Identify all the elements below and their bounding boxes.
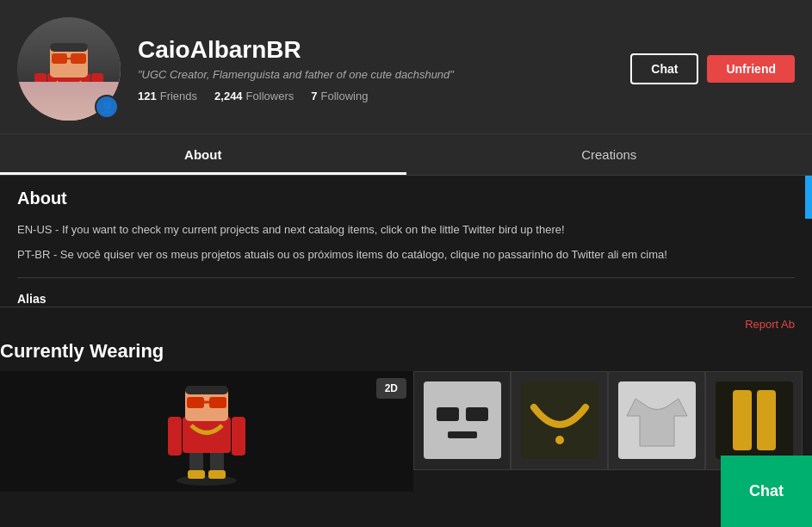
svg-rect-20: [187, 397, 204, 408]
profile-bio: "UGC Creator, Flamenguista and father of…: [138, 68, 613, 81]
svg-point-11: [177, 475, 237, 486]
about-title: About: [17, 176, 795, 208]
svg-point-29: [555, 436, 564, 444]
svg-rect-2: [47, 73, 90, 116]
followers-stat: 2,244 Followers: [214, 90, 294, 102]
svg-rect-24: [424, 381, 501, 459]
alias-title: Alias: [17, 292, 46, 306]
svg-rect-14: [188, 470, 205, 479]
friends-stat: 121 Friends: [138, 90, 197, 102]
about-text-en: EN-US - If you want to check my current …: [17, 221, 795, 239]
svg-rect-28: [521, 381, 598, 459]
wearing-avatar-svg: [146, 375, 267, 487]
avatar-container: 👤: [17, 17, 121, 121]
avatar-badge: 👤: [95, 95, 119, 119]
unfriend-button[interactable]: Unfriend: [707, 55, 795, 83]
profile-stats: 121 Friends 2,244 Followers 7 Following: [138, 90, 613, 102]
item-necklace[interactable]: [511, 371, 608, 470]
following-stat: 7 Following: [311, 90, 368, 102]
following-count: 7: [311, 90, 317, 102]
alias-section: Alias: [17, 277, 795, 307]
about-text-pt: PT-BR - Se você quiser ver os meus proje…: [17, 246, 795, 264]
currently-wearing-title: Currently Wearing: [0, 340, 812, 371]
svg-rect-31: [716, 381, 793, 459]
user-icon: 👤: [100, 100, 115, 114]
svg-rect-17: [168, 417, 182, 456]
item-face[interactable]: [413, 371, 511, 470]
legs-item-svg: [716, 381, 793, 459]
svg-rect-18: [232, 417, 245, 456]
tabs-container: About Creations: [0, 134, 812, 176]
twitter-accent: [805, 176, 812, 219]
shirt-item-svg: [618, 381, 696, 459]
svg-rect-3: [34, 73, 46, 112]
followers-count: 2,244: [214, 90, 243, 102]
svg-rect-7: [71, 53, 86, 64]
svg-rect-27: [448, 431, 477, 438]
svg-rect-15: [208, 470, 226, 479]
avatar-preview-panel: 2D: [0, 371, 413, 492]
chat-button[interactable]: Chat: [630, 53, 698, 84]
profile-info: CaioAlbarnBR "UGC Creator, Flamenguista …: [138, 36, 613, 102]
friends-label: Friends: [160, 90, 197, 102]
svg-rect-21: [209, 397, 226, 408]
followers-label: Followers: [246, 90, 294, 102]
tab-about[interactable]: About: [0, 134, 406, 175]
svg-rect-32: [733, 390, 752, 450]
svg-rect-9: [50, 43, 88, 52]
tab-creations[interactable]: Creations: [406, 134, 813, 175]
wearing-content: 2D: [0, 371, 812, 492]
chat-bubble-label: Chat: [749, 482, 784, 500]
svg-rect-25: [437, 407, 459, 421]
content-area: About EN-US - If you want to check my cu…: [0, 176, 812, 492]
friends-count: 121: [138, 90, 157, 102]
svg-rect-6: [52, 53, 67, 64]
profile-header: 👤 CaioAlbarnBR "UGC Creator, Flamenguist…: [0, 0, 812, 134]
profile-actions: Chat Unfriend: [630, 53, 795, 84]
profile-username: CaioAlbarnBR: [138, 36, 613, 64]
report-section: Report Ab: [0, 307, 812, 340]
chat-bubble-button[interactable]: Chat: [721, 456, 812, 527]
face-item-svg: [424, 381, 501, 459]
about-section: About EN-US - If you want to check my cu…: [0, 176, 812, 307]
toggle-2d-button[interactable]: 2D: [376, 378, 406, 399]
report-link[interactable]: Report Ab: [745, 318, 795, 331]
following-label: Following: [320, 90, 368, 102]
svg-rect-23: [185, 386, 228, 394]
item-shirt[interactable]: [608, 371, 705, 470]
svg-rect-26: [466, 407, 488, 421]
svg-rect-33: [757, 390, 776, 450]
necklace-item-svg: [521, 381, 598, 459]
currently-wearing-section: Currently Wearing 2D: [0, 340, 812, 492]
